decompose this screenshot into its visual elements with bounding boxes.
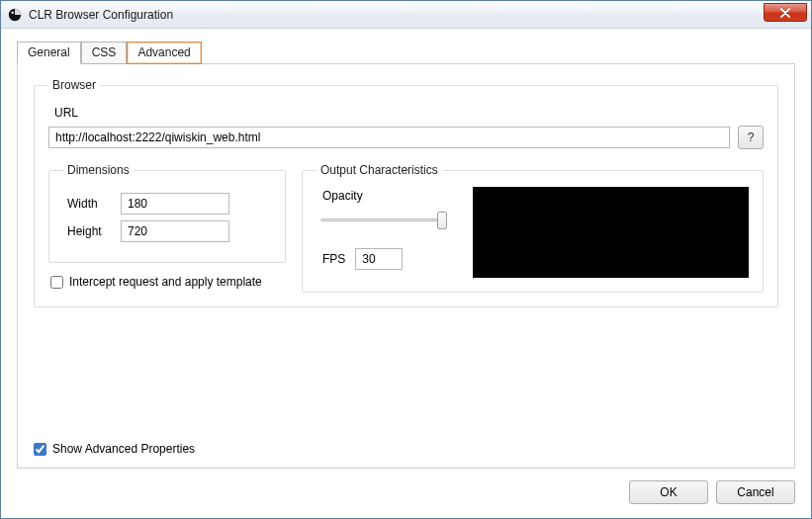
opacity-slider-track — [320, 218, 447, 221]
opacity-slider[interactable] — [320, 210, 447, 229]
ok-button[interactable]: OK — [629, 480, 708, 504]
dialog-footer: OK Cancel — [17, 469, 795, 504]
dimensions-group: Dimensions Width Height — [48, 163, 286, 263]
dimensions-col: Dimensions Width Height Intercept reques… — [48, 163, 286, 289]
dimensions-group-legend: Dimensions — [63, 163, 134, 177]
fps-input[interactable] — [355, 248, 403, 270]
show-advanced-row: Show Advanced Properties — [34, 432, 778, 456]
opacity-slider-thumb[interactable] — [437, 212, 447, 229]
intercept-row: Intercept request and apply template — [50, 275, 284, 289]
tab-css[interactable]: CSS — [81, 42, 128, 64]
browser-group-legend: Browser — [48, 78, 100, 92]
url-label: URL — [54, 106, 764, 120]
fps-label: FPS — [322, 252, 345, 266]
svg-point-1 — [12, 11, 14, 13]
tab-advanced[interactable]: Advanced — [127, 42, 201, 64]
height-input[interactable] — [121, 220, 229, 242]
output-preview — [473, 187, 749, 278]
titlebar: CLR Browser Configuration — [1, 1, 811, 29]
svg-point-2 — [16, 16, 18, 18]
tabpanel-general: Browser URL ? Dimensions Width — [17, 63, 795, 469]
opacity-label: Opacity — [322, 189, 455, 203]
client-area: General CSS Advanced Browser URL ? Dimen… — [1, 29, 811, 518]
close-button[interactable] — [764, 3, 807, 22]
width-label: Width — [67, 197, 111, 211]
url-help-button[interactable]: ? — [738, 126, 764, 149]
url-section: URL ? — [48, 106, 764, 149]
tabstrip: General CSS Advanced — [17, 43, 795, 64]
window-title: CLR Browser Configuration — [29, 8, 173, 22]
app-icon — [7, 7, 23, 23]
intercept-checkbox[interactable] — [50, 276, 63, 289]
url-input[interactable] — [48, 127, 730, 148]
cancel-button[interactable]: Cancel — [716, 480, 795, 504]
close-icon — [779, 8, 791, 18]
width-input[interactable] — [121, 193, 229, 215]
show-advanced-label[interactable]: Show Advanced Properties — [52, 442, 195, 456]
tab-general[interactable]: General — [17, 42, 81, 64]
show-advanced-checkbox[interactable] — [34, 443, 46, 456]
intercept-label[interactable]: Intercept request and apply template — [69, 275, 262, 289]
output-group-legend: Output Characteristics — [316, 163, 442, 177]
height-label: Height — [67, 224, 111, 238]
output-controls: Opacity FPS — [316, 187, 455, 278]
output-group: Output Characteristics Opacity — [302, 163, 764, 293]
browser-group: Browser URL ? Dimensions Width — [34, 78, 778, 307]
